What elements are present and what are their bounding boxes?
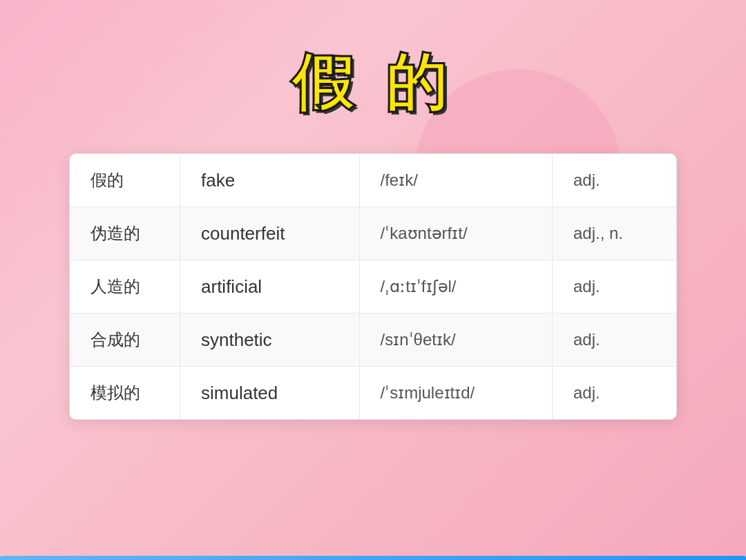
cell-english: synthetic (180, 313, 360, 367)
vocab-table: 假的fake/feɪk/adj.伪造的counterfeit/ˈkaʊntərf… (70, 154, 676, 419)
table-row: 模拟的simulated/ˈsɪmjuleɪtɪd/adj. (70, 367, 676, 420)
cell-english: counterfeit (180, 207, 360, 260)
vocab-table-container: 假的fake/feɪk/adj.伪造的counterfeit/ˈkaʊntərf… (69, 153, 677, 420)
cell-phonetic: /feɪk/ (359, 154, 552, 207)
cell-phonetic: /sɪnˈθetɪk/ (359, 313, 552, 367)
cell-pos: adj. (552, 260, 676, 313)
table-row: 伪造的counterfeit/ˈkaʊntərfɪt/adj., n. (70, 207, 676, 260)
cell-english: fake (180, 154, 360, 207)
cell-chinese: 合成的 (70, 313, 180, 367)
page-title: 假 的 (291, 41, 454, 126)
cell-chinese: 人造的 (70, 260, 180, 313)
table-row: 假的fake/feɪk/adj. (70, 154, 676, 207)
table-row: 合成的synthetic/sɪnˈθetɪk/adj. (70, 313, 676, 367)
bottom-bar (0, 556, 746, 560)
cell-chinese: 伪造的 (70, 207, 180, 260)
cell-pos: adj. (552, 313, 676, 367)
cell-phonetic: /ˌɑːtɪˈfɪʃəl/ (359, 260, 552, 313)
cell-chinese: 假的 (70, 154, 180, 207)
cell-pos: adj., n. (552, 207, 676, 260)
cell-english: artificial (180, 260, 360, 313)
table-row: 人造的artificial/ˌɑːtɪˈfɪʃəl/adj. (70, 260, 676, 313)
cell-pos: adj. (552, 154, 676, 207)
cell-phonetic: /ˈsɪmjuleɪtɪd/ (359, 367, 552, 420)
cell-chinese: 模拟的 (70, 367, 180, 420)
cell-english: simulated (180, 367, 360, 420)
cell-pos: adj. (552, 367, 676, 420)
cell-phonetic: /ˈkaʊntərfɪt/ (359, 207, 552, 260)
